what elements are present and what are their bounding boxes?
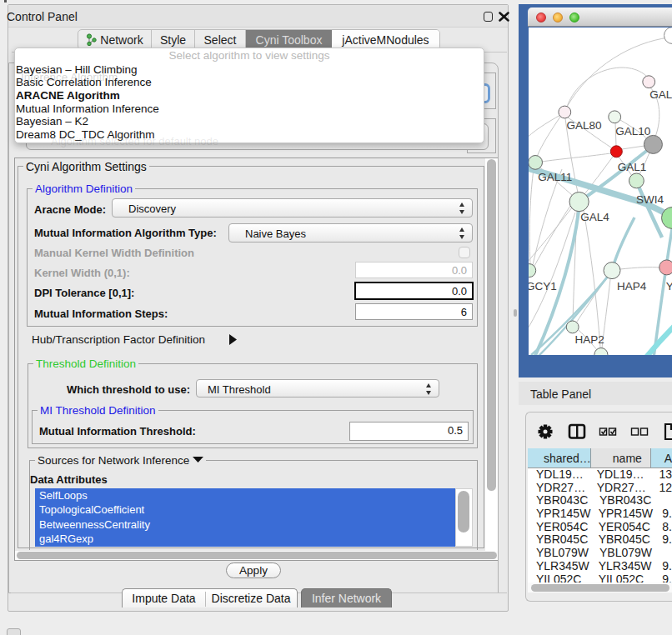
svg-text:GCY1: GCY1 <box>529 280 557 292</box>
svg-text:GAL80: GAL80 <box>566 119 601 132</box>
svg-text:GAL11: GAL11 <box>538 171 572 183</box>
svg-text:GAL4: GAL4 <box>580 211 609 223</box>
svg-text:GAL10: GAL10 <box>615 125 650 138</box>
svg-text:HAP4: HAP4 <box>617 280 647 292</box>
svg-text:GAL: GAL <box>649 88 672 101</box>
svg-text:GAL1: GAL1 <box>617 161 646 173</box>
svg-text:SWI4: SWI4 <box>635 193 663 206</box>
svg-text:Y: Y <box>665 280 672 292</box>
svg-text:HAP2: HAP2 <box>574 333 604 346</box>
